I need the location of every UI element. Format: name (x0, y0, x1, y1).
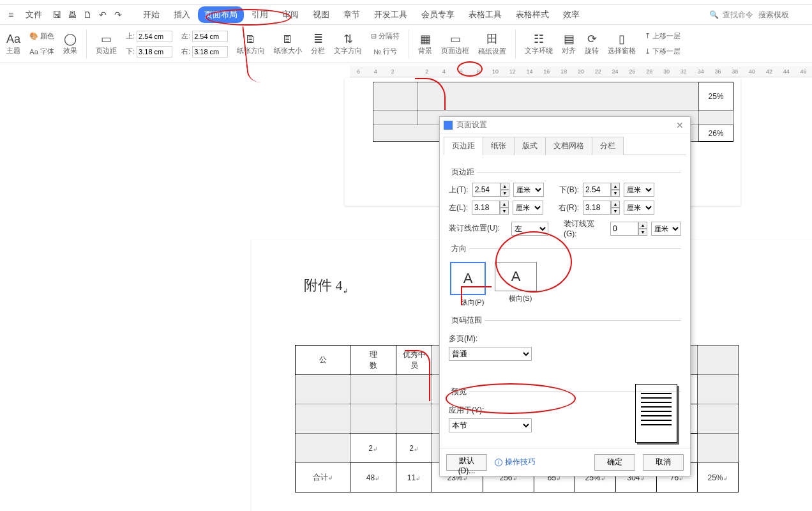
redo-icon[interactable]: ↷ (111, 8, 125, 22)
tab-view[interactable]: 视图 (306, 6, 336, 23)
spin-up[interactable]: ▲ (500, 201, 509, 208)
ribbon-send-backward[interactable]: ⤓下移一层 (645, 45, 680, 59)
dialog-tabs: 页边距 纸张 版式 文档网格 分栏 (444, 136, 686, 155)
spin-down[interactable]: ▼ (611, 208, 620, 215)
tips-link[interactable]: i 操作技巧 (495, 457, 536, 468)
dialog-footer: 默认(D)... i 操作技巧 确定 取消 (440, 448, 690, 476)
dlg-top-input[interactable] (472, 183, 500, 197)
spin-up[interactable]: ▲ (638, 222, 647, 229)
close-icon[interactable]: ✕ (673, 120, 686, 130)
horizontal-ruler[interactable]: 6 4 2 2 4 6 8 10 12 14 16 18 20 22 24 26… (350, 66, 812, 77)
tab-section[interactable]: 章节 (337, 6, 366, 23)
tab-efficiency[interactable]: 效率 (557, 6, 586, 23)
margin-left-input[interactable] (192, 31, 228, 42)
spin-down[interactable]: ▼ (500, 208, 509, 215)
app-menu-icon[interactable]: ≡ (4, 8, 18, 22)
margin-bottom-input[interactable] (137, 46, 172, 57)
spin-up[interactable]: ▲ (611, 201, 620, 208)
tab-member[interactable]: 会员专享 (415, 6, 461, 23)
tab-paper[interactable]: 纸张 (483, 137, 515, 155)
forward-icon: ⤒ (645, 32, 650, 40)
breaks-icon: ⊟ (371, 32, 377, 40)
search-hint-left: 查找命令 (723, 10, 753, 20)
dlg-bottom-input[interactable] (583, 183, 611, 197)
search-icon: 🔍 (709, 10, 719, 19)
spin-down[interactable]: ▼ (611, 190, 620, 197)
menu-file[interactable]: 文件 (19, 6, 49, 23)
ribbon-selection-pane[interactable]: ▯ 选择窗格 (605, 26, 638, 62)
wrap-icon: ☷ (534, 32, 544, 46)
effects-icon: ◯ (64, 32, 77, 46)
unit-select[interactable]: 厘米 (513, 183, 544, 197)
search-input[interactable] (757, 10, 808, 20)
divider (515, 29, 516, 59)
dialog-titlebar[interactable]: 页面设置 ✕ (440, 117, 690, 133)
ribbon-columns[interactable]: ≣ 分栏 (308, 26, 327, 62)
tab-insert[interactable]: 插入 (167, 6, 197, 23)
dlg-gutter-input[interactable] (610, 222, 638, 236)
margin-right-input[interactable] (192, 46, 228, 57)
ribbon-linenum[interactable]: №行号 (373, 45, 397, 59)
tab-grid[interactable]: 文档网格 (545, 137, 592, 155)
gutter-pos-select[interactable]: 左 (511, 222, 548, 236)
ribbon-bring-forward[interactable]: ⤒上移一层 (645, 29, 680, 43)
tab-references[interactable]: 引用 (245, 6, 274, 23)
spin-down[interactable]: ▼ (500, 190, 509, 197)
unit-select[interactable]: 厘米 (624, 201, 654, 215)
tab-page-layout[interactable]: 页面布局 (198, 6, 244, 23)
tab-review[interactable]: 审阅 (276, 6, 305, 23)
ribbon: Aа 主题 🎨颜色 Aa字体 ◯ 效果 ▭ 页边距 上: 下: 左: 右: 🗎 … (0, 25, 812, 63)
unit-select[interactable]: 厘米 (651, 222, 681, 236)
tab-start[interactable]: 开始 (137, 6, 166, 23)
ribbon-breaks[interactable]: ⊟分隔符 (371, 29, 400, 43)
tab-layout[interactable]: 版式 (514, 137, 546, 155)
ribbon-textdir[interactable]: ⇅ 文字方向 (331, 26, 365, 62)
ribbon-wrap[interactable]: ☷ 文字环绕 (522, 26, 555, 62)
preview-icon[interactable]: 🗋 (80, 8, 94, 22)
tab-devtools[interactable]: 开发工具 (368, 6, 414, 23)
spin-up[interactable]: ▲ (500, 183, 509, 190)
ribbon-effects[interactable]: ◯ 效果 (61, 26, 80, 62)
undo-icon[interactable]: ↶ (96, 8, 110, 22)
spin-down[interactable]: ▼ (638, 229, 647, 236)
tab-margins[interactable]: 页边距 (444, 137, 483, 155)
ribbon-theme[interactable]: Aа 主题 (4, 26, 23, 62)
ribbon-papersize[interactable]: 🗏 纸张大小 (271, 26, 304, 62)
default-button[interactable]: 默认(D)... (446, 454, 487, 471)
dlg-left-input[interactable] (472, 201, 500, 215)
applyto-select[interactable]: 本节 (449, 418, 532, 432)
unit-select[interactable]: 厘米 (513, 201, 543, 215)
tab-columns[interactable]: 分栏 (592, 137, 624, 155)
attachment-label: 附件 4↲ (304, 276, 348, 295)
cancel-button[interactable]: 取消 (643, 454, 684, 471)
tab-table-tools[interactable]: 表格工具 (462, 6, 508, 23)
ribbon-rotate[interactable]: ⟳ 旋转 (582, 26, 601, 62)
ok-button[interactable]: 确定 (594, 454, 635, 471)
spin-up[interactable]: ▲ (611, 183, 620, 190)
tab-table-style[interactable]: 表格样式 (509, 6, 555, 23)
ribbon-colors[interactable]: 🎨颜色 (29, 29, 54, 43)
backward-icon: ⤓ (645, 47, 650, 56)
menubar: ≡ 文件 🖫 🖶 🗋 ↶ ↷ 开始 插入 页面布局 引用 审阅 视图 章节 开发… (0, 5, 812, 25)
theme-icon: Aа (6, 33, 20, 46)
ribbon-background[interactable]: ▦ 背景 (416, 26, 435, 62)
print-icon[interactable]: 🖶 (65, 8, 79, 22)
orientation-landscape[interactable]: A (495, 262, 537, 291)
fonts-icon: Aa (29, 48, 38, 56)
ribbon-border[interactable]: ▭ 页面边框 (439, 26, 472, 62)
ribbon-align[interactable]: ▤ 对齐 (559, 26, 578, 62)
dialog-title-text: 页面设置 (456, 119, 487, 130)
colors-icon: 🎨 (29, 32, 38, 40)
rotate-icon: ⟳ (587, 32, 597, 46)
margin-top-input[interactable] (137, 31, 172, 42)
orientation-icon: 🗎 (245, 33, 257, 46)
dlg-right-input[interactable] (583, 201, 611, 215)
orientation-portrait[interactable]: A (450, 262, 486, 295)
ribbon-orientation[interactable]: 🗎 纸张方向 (234, 26, 267, 62)
multipage-select[interactable]: 普通 (449, 347, 532, 361)
save-icon[interactable]: 🖫 (50, 8, 64, 22)
ribbon-manuscript[interactable]: 田 稿纸设置 (476, 26, 509, 62)
unit-select[interactable]: 厘米 (624, 183, 654, 197)
ribbon-fonts[interactable]: Aa字体 (29, 45, 54, 59)
ribbon-margins[interactable]: ▭ 页边距 (93, 26, 119, 62)
